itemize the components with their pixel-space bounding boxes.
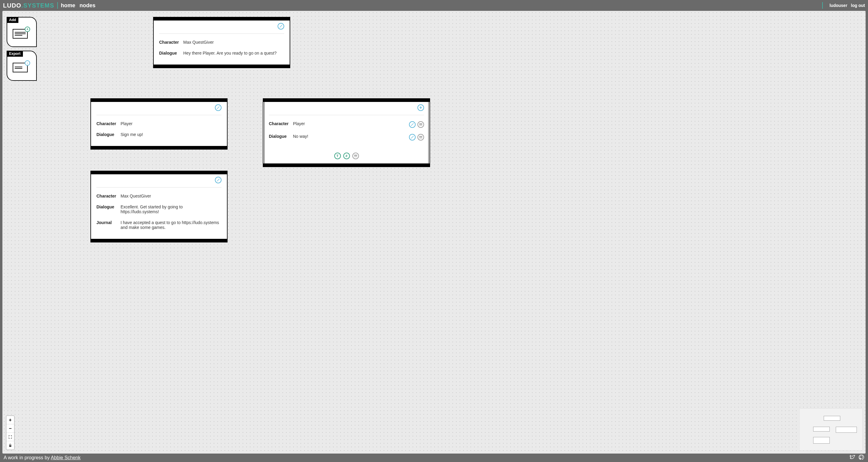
node-bar (91, 146, 227, 149)
nav-home[interactable]: home (61, 2, 75, 9)
add-field-icon[interactable]: + (417, 104, 424, 111)
dialogue-label: Dialogue (269, 134, 293, 139)
node-4-journal-row: Journal I have accepted a quest to go to… (96, 217, 221, 233)
minimap-node (824, 416, 840, 421)
footer-text: A work in progress by Abbie Schenk (4, 455, 81, 461)
node-3-type-selector: T # (264, 150, 430, 164)
user-area: ludouser log out (819, 2, 865, 9)
minimap-node (813, 437, 830, 443)
character-label: Character (159, 40, 183, 45)
minimap[interactable] (799, 408, 863, 451)
logout-link[interactable]: log out (851, 3, 865, 8)
node-2-dialogue: Sign me up! (121, 132, 221, 137)
node-3-character-row: Character Player (269, 118, 424, 131)
node-1-dialogue: Hey there Player. Are you ready to go on… (183, 51, 284, 56)
zoom-controls: + − (6, 415, 14, 450)
user-separator (822, 2, 823, 9)
app-header: LUDO.SYSTEMS home nodes ludouser log out (0, 0, 868, 11)
node-4-character-row: Character Max QuestGiver (96, 191, 221, 201)
download-icon: ↓ (25, 60, 30, 66)
svg-rect-0 (9, 445, 11, 446)
character-label: Character (96, 194, 121, 198)
node-3-dialogue-row: Dialogue No way! (269, 131, 424, 144)
node-2-dialogue-row: Dialogue Sign me up! (96, 129, 221, 140)
canvas[interactable]: Add + Export ↓ (2, 11, 866, 454)
tool-export-icon: ↓ (13, 63, 28, 73)
node-1-header (159, 23, 284, 34)
logo: LUDO.SYSTEMS (3, 2, 54, 9)
dialogue-label: Dialogue (96, 132, 121, 137)
node-bar (91, 99, 227, 102)
node-bar (154, 18, 290, 21)
tool-add-label: Add (7, 17, 19, 23)
nav-nodes[interactable]: nodes (80, 2, 96, 9)
minimap-node (813, 427, 830, 432)
menu-icon[interactable] (417, 134, 424, 141)
footer-prefix: A work in progress by (4, 455, 51, 460)
node-1-character: Max QuestGiver (183, 40, 284, 45)
node-4-dialogue-row: Dialogue Excellent. Get started by going… (96, 201, 221, 217)
username[interactable]: ludouser (830, 3, 847, 8)
node-bar (91, 239, 227, 242)
app-footer: A work in progress by Abbie Schenk (0, 454, 868, 462)
edit-icon[interactable] (409, 121, 415, 128)
edit-icon[interactable] (278, 23, 284, 30)
tool-export[interactable]: Export ↓ (7, 51, 37, 81)
github-icon[interactable] (858, 454, 864, 461)
tool-add-icon: + (13, 29, 28, 38)
logo-part-b: SYSTEMS (23, 2, 54, 9)
node-2[interactable]: Character Player Dialogue Sign me up! (90, 98, 227, 150)
node-2-character: Player (121, 121, 221, 126)
node-1[interactable]: Character Max QuestGiver Dialogue Hey th… (153, 17, 290, 68)
tool-add-node[interactable]: Add + (7, 17, 37, 47)
dialogue-label: Dialogue (96, 204, 121, 209)
node-3[interactable]: + Character Player Dialogue No way! (263, 98, 430, 167)
minimap-node (836, 427, 857, 433)
edit-icon[interactable] (215, 104, 221, 111)
footer-social (849, 454, 864, 461)
node-bar (264, 99, 430, 102)
edit-icon[interactable] (409, 134, 415, 141)
menu-icon[interactable] (417, 121, 424, 128)
node-4-header (96, 177, 221, 187)
zoom-out-button[interactable]: − (6, 424, 14, 433)
zoom-in-button[interactable]: + (6, 416, 14, 424)
node-4-character: Max QuestGiver (121, 194, 221, 198)
node-2-character-row: Character Player (96, 118, 221, 129)
edit-icon[interactable] (215, 177, 221, 183)
lock-button[interactable] (6, 441, 14, 450)
node-bar (154, 64, 290, 67)
type-list-icon[interactable] (352, 152, 359, 159)
node-1-character-row: Character Max QuestGiver (159, 37, 284, 48)
node-2-header (96, 104, 221, 115)
fit-view-button[interactable] (6, 433, 14, 441)
plus-icon: + (25, 27, 30, 32)
node-bar (264, 164, 430, 167)
logo-part-a: LUDO (3, 2, 22, 9)
twitter-icon[interactable] (849, 454, 855, 461)
tool-export-label: Export (7, 51, 23, 57)
node-4[interactable]: Character Max QuestGiver Dialogue Excell… (90, 171, 227, 242)
node-3-header: + (269, 104, 424, 115)
node-3-dialogue: No way! (293, 134, 409, 139)
character-label: Character (96, 121, 121, 126)
header-separator (57, 2, 58, 9)
node-4-journal: I have accepted a quest to go to https:/… (121, 220, 221, 230)
node-bar (91, 171, 227, 174)
type-number-icon[interactable]: # (343, 152, 350, 159)
footer-author-link[interactable]: Abbie Schenk (51, 455, 81, 460)
journal-label: Journal (96, 220, 121, 225)
type-text-icon[interactable]: T (334, 152, 341, 159)
node-1-dialogue-row: Dialogue Hey there Player. Are you ready… (159, 48, 284, 58)
character-label: Character (269, 121, 293, 126)
node-4-dialogue: Excellent. Get started by going to https… (121, 204, 221, 214)
dialogue-label: Dialogue (159, 51, 183, 56)
toolbox: Add + Export ↓ (7, 17, 37, 84)
node-3-character: Player (293, 121, 409, 126)
